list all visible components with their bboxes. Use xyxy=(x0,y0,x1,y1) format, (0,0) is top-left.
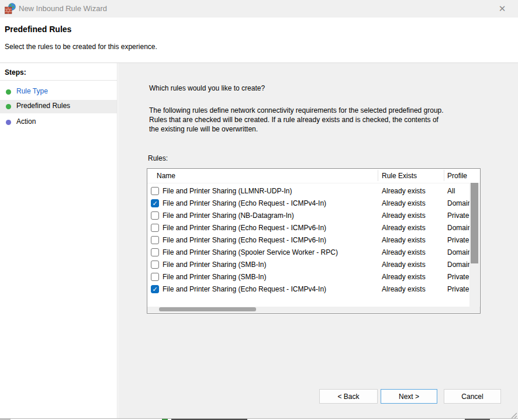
table-row[interactable]: File and Printer Sharing (Echo Request -… xyxy=(147,234,471,247)
rule-exists: Already exists xyxy=(382,199,426,207)
rule-profile: Domain xyxy=(447,224,470,232)
page-subtitle: Select the rules to be created for this … xyxy=(5,43,157,51)
table-row[interactable]: File and Printer Sharing (Echo Request -… xyxy=(147,222,471,234)
rule-checkbox[interactable]: ✓ xyxy=(151,199,159,207)
column-header-name[interactable]: Name xyxy=(157,172,175,180)
column-header-profile[interactable]: Profile xyxy=(447,172,467,180)
step-label: Rule Type xyxy=(16,87,48,95)
firewall-icon xyxy=(5,3,16,14)
question-text: Which rules would you like to create? xyxy=(149,84,265,92)
rules-table-header: Name Rule Exists Profile xyxy=(147,169,480,183)
table-row[interactable]: ✓ File and Printer Sharing (Echo Request… xyxy=(147,283,471,296)
table-row[interactable]: File and Printer Sharing (NB-Session-In)… xyxy=(147,296,471,296)
new-inbound-rule-wizard-dialog: New Inbound Rule Wizard ✕ Predefined Rul… xyxy=(0,0,518,420)
column-header-rule-exists[interactable]: Rule Exists xyxy=(382,172,417,180)
steps-heading: Steps: xyxy=(5,68,26,77)
rule-exists: Already exists xyxy=(382,248,426,256)
table-row[interactable]: ✓ File and Printer Sharing (Echo Request… xyxy=(147,197,471,210)
description-text: The following rules define network conne… xyxy=(149,106,494,134)
page-title: Predefined Rules xyxy=(5,25,71,34)
next-button[interactable]: Next > xyxy=(381,389,437,404)
vertical-scrollbar[interactable] xyxy=(469,183,479,308)
rule-checkbox[interactable] xyxy=(151,236,159,244)
rule-name: File and Printer Sharing (Echo Request -… xyxy=(163,224,326,232)
rules-list-label: Rules: xyxy=(148,154,168,162)
rule-profile: Private xyxy=(447,211,470,220)
rule-profile: Domain xyxy=(447,248,470,256)
rule-name: File and Printer Sharing (Echo Request -… xyxy=(163,285,326,293)
back-button[interactable]: < Back xyxy=(319,389,378,404)
step-bullet-icon xyxy=(6,120,11,125)
rule-name: File and Printer Sharing (SMB-In) xyxy=(163,273,266,281)
resize-grip[interactable] xyxy=(507,411,517,418)
rule-checkbox[interactable] xyxy=(151,224,159,232)
rule-exists: Already exists xyxy=(382,236,426,244)
rule-profile: Private xyxy=(447,273,470,281)
close-icon[interactable]: ✕ xyxy=(496,2,509,15)
rule-checkbox[interactable]: ✓ xyxy=(151,285,159,293)
sidebar-item-action[interactable]: Action xyxy=(0,116,117,129)
rule-exists: Already exists xyxy=(382,187,426,195)
rule-name: File and Printer Sharing (Spooler Servic… xyxy=(163,248,338,256)
rule-exists: Already exists xyxy=(382,285,426,293)
rule-checkbox[interactable] xyxy=(151,187,159,195)
horizontal-scrollbar-thumb[interactable] xyxy=(159,307,256,311)
rule-checkbox[interactable] xyxy=(151,248,159,256)
rule-exists: Already exists xyxy=(382,261,426,269)
rule-exists: Already exists xyxy=(382,211,426,220)
title-bar: New Inbound Rule Wizard ✕ xyxy=(0,0,518,18)
rule-checkbox[interactable] xyxy=(151,211,159,220)
wizard-header: Predefined Rules Select the rules to be … xyxy=(0,18,518,63)
rule-name: File and Printer Sharing (Echo Request -… xyxy=(163,199,326,207)
rules-table-body: File and Printer Sharing (LLMNR-UDP-In) … xyxy=(147,185,471,296)
column-divider xyxy=(444,170,444,181)
table-row[interactable]: File and Printer Sharing (Spooler Servic… xyxy=(147,247,471,259)
rule-exists: Already exists xyxy=(382,224,426,232)
column-divider xyxy=(378,170,378,181)
wizard-content: Which rules would you like to create? Th… xyxy=(118,63,518,418)
rule-profile: All xyxy=(447,187,470,195)
rule-checkbox[interactable] xyxy=(151,273,159,281)
rule-profile: Domain xyxy=(447,199,470,207)
rule-exists: Already exists xyxy=(382,273,426,281)
steps-divider xyxy=(0,80,118,81)
sidebar-item-rule-type[interactable]: Rule Type xyxy=(0,85,117,99)
cancel-button[interactable]: Cancel xyxy=(444,389,501,404)
table-row[interactable]: File and Printer Sharing (SMB-In) Alread… xyxy=(147,259,471,271)
rule-profile: Private xyxy=(447,236,470,244)
window-title: New Inbound Rule Wizard xyxy=(19,4,107,13)
step-label: Predefined Rules xyxy=(16,102,70,110)
rule-name: File and Printer Sharing (Echo Request -… xyxy=(163,236,326,244)
rule-name: File and Printer Sharing (NB-Datagram-In… xyxy=(163,211,294,220)
rule-name: File and Printer Sharing (LLMNR-UDP-In) xyxy=(163,187,292,195)
step-bullet-icon xyxy=(6,104,11,109)
rules-list-viewport: File and Printer Sharing (LLMNR-UDP-In) … xyxy=(147,183,471,296)
table-row[interactable]: File and Printer Sharing (NB-Datagram-In… xyxy=(147,210,471,222)
step-label: Action xyxy=(16,117,36,126)
steps-sidebar: Steps: Rule Type Predefined Rules Action xyxy=(0,63,118,418)
step-bullet-icon xyxy=(6,89,11,95)
vertical-scrollbar-thumb[interactable] xyxy=(471,183,478,263)
rule-profile: Private xyxy=(447,285,470,293)
horizontal-scrollbar[interactable] xyxy=(147,307,480,313)
rule-name: File and Printer Sharing (SMB-In) xyxy=(163,261,266,269)
table-row[interactable]: File and Printer Sharing (LLMNR-UDP-In) … xyxy=(147,185,471,197)
rule-checkbox[interactable] xyxy=(151,261,159,269)
rule-profile: Domain xyxy=(447,261,470,269)
table-row[interactable]: File and Printer Sharing (SMB-In) Alread… xyxy=(147,271,471,283)
rules-table: Name Rule Exists Profile File and Printe… xyxy=(147,168,481,314)
sidebar-item-predefined-rules[interactable]: Predefined Rules xyxy=(0,100,117,113)
